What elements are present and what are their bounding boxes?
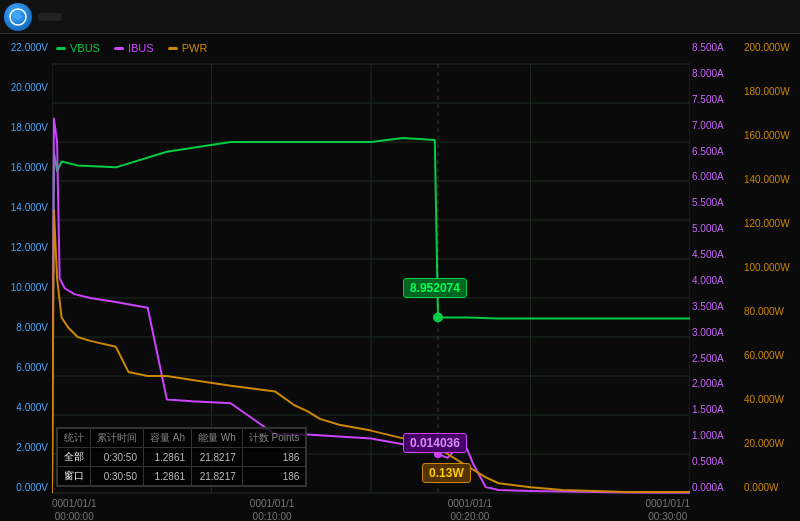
tooltip-pwr: 0.13W <box>422 463 471 483</box>
stats-table: 统计累计时间容量 Ah能量 Wh计数 Points全部0:30:501.2861… <box>56 427 307 487</box>
chart-canvas[interactable]: VBUSIBUSPWR 8.952074 0.014036 0.13W 统计累计… <box>52 34 690 521</box>
nav-tab-energy[interactable] <box>732 13 752 21</box>
y-axis-power: 200.000W180.000W160.000W140.000W120.000W… <box>742 34 800 521</box>
chart-area: 22.000V20.000V18.000V16.000V14.000V12.00… <box>0 34 800 521</box>
nav-tab-ed[interactable] <box>776 13 796 21</box>
nav-tab-temp[interactable] <box>90 13 114 21</box>
tooltip-ibus: 0.014036 <box>403 433 467 453</box>
chart-legend: VBUSIBUSPWR <box>56 42 207 54</box>
nav-tab-power[interactable] <box>754 13 774 21</box>
tooltip-vbus: 8.952074 <box>403 278 467 298</box>
nav-tab-charge[interactable] <box>710 13 730 21</box>
app-logo <box>4 3 32 31</box>
nav-tab-dp-dm[interactable] <box>38 13 62 21</box>
y-axis-current: 8.500A8.000A7.500A7.000A6.500A6.000A5.50… <box>690 34 742 521</box>
top-nav <box>0 0 800 34</box>
x-axis: 0001/01/100:00:000001/01/100:10:000001/0… <box>52 493 690 521</box>
y-axis-voltage: 22.000V20.000V18.000V16.000V14.000V12.00… <box>0 34 52 521</box>
nav-tab-cc1-cc2[interactable] <box>64 13 88 21</box>
